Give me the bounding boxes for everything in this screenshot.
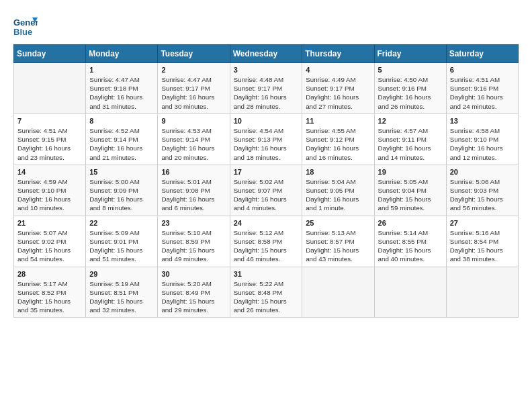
day-number: 28	[17, 270, 82, 278]
calendar-cell: 11Sunrise: 4:55 AM Sunset: 9:12 PM Dayli…	[302, 113, 374, 165]
day-info: Sunrise: 5:22 AM Sunset: 8:48 PM Dayligh…	[234, 279, 299, 315]
day-info: Sunrise: 4:58 AM Sunset: 9:10 PM Dayligh…	[450, 126, 515, 162]
day-number: 11	[306, 117, 370, 125]
day-number: 13	[450, 117, 515, 125]
calendar-cell: 26Sunrise: 5:14 AM Sunset: 8:55 PM Dayli…	[374, 216, 446, 267]
weekday-header: Sunday	[14, 45, 86, 63]
calendar-cell: 3Sunrise: 4:48 AM Sunset: 9:17 PM Daylig…	[230, 63, 302, 114]
day-info: Sunrise: 4:57 AM Sunset: 9:11 PM Dayligh…	[378, 126, 443, 162]
day-info: Sunrise: 5:05 AM Sunset: 9:04 PM Dayligh…	[378, 177, 443, 213]
calendar-cell: 5Sunrise: 4:50 AM Sunset: 9:16 PM Daylig…	[374, 63, 446, 114]
calendar-cell: 10Sunrise: 4:54 AM Sunset: 9:13 PM Dayli…	[230, 113, 302, 165]
day-number: 10	[234, 117, 299, 125]
calendar-cell	[14, 63, 86, 114]
svg-text:Blue: Blue	[13, 27, 32, 37]
calendar-cell: 31Sunrise: 5:22 AM Sunset: 8:48 PM Dayli…	[230, 267, 302, 318]
day-number: 1	[89, 66, 154, 74]
calendar-cell: 19Sunrise: 5:05 AM Sunset: 9:04 PM Dayli…	[374, 165, 446, 216]
calendar-cell: 30Sunrise: 5:20 AM Sunset: 8:49 PM Dayli…	[158, 267, 230, 318]
weekday-header-row: SundayMondayTuesdayWednesdayThursdayFrid…	[14, 45, 519, 63]
calendar-cell: 9Sunrise: 4:53 AM Sunset: 9:14 PM Daylig…	[158, 113, 230, 165]
day-info: Sunrise: 4:47 AM Sunset: 9:17 PM Dayligh…	[161, 75, 226, 111]
calendar-week-row: 1Sunrise: 4:47 AM Sunset: 9:18 PM Daylig…	[14, 63, 519, 114]
day-number: 23	[161, 219, 226, 227]
calendar-cell: 6Sunrise: 4:51 AM Sunset: 9:16 PM Daylig…	[446, 63, 518, 114]
calendar-table: SundayMondayTuesdayWednesdayThursdayFrid…	[13, 44, 519, 318]
day-info: Sunrise: 4:48 AM Sunset: 9:17 PM Dayligh…	[234, 75, 299, 111]
day-info: Sunrise: 5:01 AM Sunset: 9:08 PM Dayligh…	[161, 177, 226, 213]
calendar-cell: 20Sunrise: 5:06 AM Sunset: 9:03 PM Dayli…	[446, 165, 518, 216]
page-header: General Blue	[13, 13, 519, 38]
calendar-cell	[446, 267, 518, 318]
day-number: 21	[17, 219, 82, 227]
day-number: 26	[378, 219, 443, 227]
day-number: 25	[306, 219, 370, 227]
day-number: 17	[234, 168, 299, 176]
day-number: 18	[306, 168, 370, 176]
day-info: Sunrise: 5:09 AM Sunset: 9:01 PM Dayligh…	[89, 228, 154, 264]
day-info: Sunrise: 4:53 AM Sunset: 9:14 PM Dayligh…	[161, 126, 226, 162]
day-number: 14	[17, 168, 82, 176]
weekday-header: Monday	[86, 45, 158, 63]
calendar-cell: 15Sunrise: 5:00 AM Sunset: 9:09 PM Dayli…	[86, 165, 158, 216]
calendar-cell: 2Sunrise: 4:47 AM Sunset: 9:17 PM Daylig…	[158, 63, 230, 114]
calendar-week-row: 21Sunrise: 5:07 AM Sunset: 9:02 PM Dayli…	[14, 216, 519, 267]
day-info: Sunrise: 4:47 AM Sunset: 9:18 PM Dayligh…	[89, 75, 154, 111]
calendar-cell: 22Sunrise: 5:09 AM Sunset: 9:01 PM Dayli…	[86, 216, 158, 267]
calendar-cell	[374, 267, 446, 318]
calendar-cell: 12Sunrise: 4:57 AM Sunset: 9:11 PM Dayli…	[374, 113, 446, 165]
day-info: Sunrise: 4:59 AM Sunset: 9:10 PM Dayligh…	[17, 177, 82, 213]
day-number: 9	[161, 117, 226, 125]
day-number: 5	[378, 66, 443, 74]
day-info: Sunrise: 5:12 AM Sunset: 8:58 PM Dayligh…	[234, 228, 299, 264]
calendar-cell: 13Sunrise: 4:58 AM Sunset: 9:10 PM Dayli…	[446, 113, 518, 165]
calendar-cell: 27Sunrise: 5:16 AM Sunset: 8:54 PM Dayli…	[446, 216, 518, 267]
calendar-cell: 18Sunrise: 5:04 AM Sunset: 9:05 PM Dayli…	[302, 165, 374, 216]
calendar-cell: 1Sunrise: 4:47 AM Sunset: 9:18 PM Daylig…	[86, 63, 158, 114]
day-number: 16	[161, 168, 226, 176]
calendar-week-row: 14Sunrise: 4:59 AM Sunset: 9:10 PM Dayli…	[14, 165, 519, 216]
day-info: Sunrise: 4:51 AM Sunset: 9:16 PM Dayligh…	[450, 75, 515, 111]
day-number: 2	[161, 66, 226, 74]
day-number: 15	[89, 168, 154, 176]
weekday-header: Friday	[374, 45, 446, 63]
day-info: Sunrise: 4:51 AM Sunset: 9:15 PM Dayligh…	[17, 126, 82, 162]
weekday-header: Wednesday	[230, 45, 302, 63]
calendar-week-row: 28Sunrise: 5:17 AM Sunset: 8:52 PM Dayli…	[14, 267, 519, 318]
day-number: 20	[450, 168, 515, 176]
day-info: Sunrise: 5:00 AM Sunset: 9:09 PM Dayligh…	[89, 177, 154, 213]
day-info: Sunrise: 4:52 AM Sunset: 9:14 PM Dayligh…	[89, 126, 154, 162]
day-info: Sunrise: 5:06 AM Sunset: 9:03 PM Dayligh…	[450, 177, 515, 213]
calendar-week-row: 7Sunrise: 4:51 AM Sunset: 9:15 PM Daylig…	[14, 113, 519, 165]
day-number: 7	[17, 117, 82, 125]
day-number: 6	[450, 66, 515, 74]
calendar-cell	[302, 267, 374, 318]
day-info: Sunrise: 5:07 AM Sunset: 9:02 PM Dayligh…	[17, 228, 82, 264]
calendar-cell: 4Sunrise: 4:49 AM Sunset: 9:17 PM Daylig…	[302, 63, 374, 114]
day-number: 4	[306, 66, 370, 74]
day-info: Sunrise: 5:17 AM Sunset: 8:52 PM Dayligh…	[17, 279, 82, 315]
weekday-header: Saturday	[446, 45, 518, 63]
day-number: 29	[89, 270, 154, 278]
day-number: 22	[89, 219, 154, 227]
day-info: Sunrise: 5:04 AM Sunset: 9:05 PM Dayligh…	[306, 177, 370, 213]
day-number: 24	[234, 219, 299, 227]
day-number: 8	[89, 117, 154, 125]
calendar-cell: 25Sunrise: 5:13 AM Sunset: 8:57 PM Dayli…	[302, 216, 374, 267]
day-info: Sunrise: 5:14 AM Sunset: 8:55 PM Dayligh…	[378, 228, 443, 264]
day-info: Sunrise: 5:10 AM Sunset: 8:59 PM Dayligh…	[161, 228, 226, 264]
calendar-cell: 23Sunrise: 5:10 AM Sunset: 8:59 PM Dayli…	[158, 216, 230, 267]
day-info: Sunrise: 5:16 AM Sunset: 8:54 PM Dayligh…	[450, 228, 515, 264]
day-number: 3	[234, 66, 299, 74]
calendar-cell: 28Sunrise: 5:17 AM Sunset: 8:52 PM Dayli…	[14, 267, 86, 318]
day-info: Sunrise: 4:54 AM Sunset: 9:13 PM Dayligh…	[234, 126, 299, 162]
weekday-header: Tuesday	[158, 45, 230, 63]
logo-icon: General Blue	[13, 13, 38, 38]
calendar-header: SundayMondayTuesdayWednesdayThursdayFrid…	[14, 45, 519, 63]
day-info: Sunrise: 5:20 AM Sunset: 8:49 PM Dayligh…	[161, 279, 226, 315]
calendar-cell: 7Sunrise: 4:51 AM Sunset: 9:15 PM Daylig…	[14, 113, 86, 165]
day-number: 27	[450, 219, 515, 227]
day-info: Sunrise: 5:02 AM Sunset: 9:07 PM Dayligh…	[234, 177, 299, 213]
day-number: 19	[378, 168, 443, 176]
calendar-cell: 17Sunrise: 5:02 AM Sunset: 9:07 PM Dayli…	[230, 165, 302, 216]
